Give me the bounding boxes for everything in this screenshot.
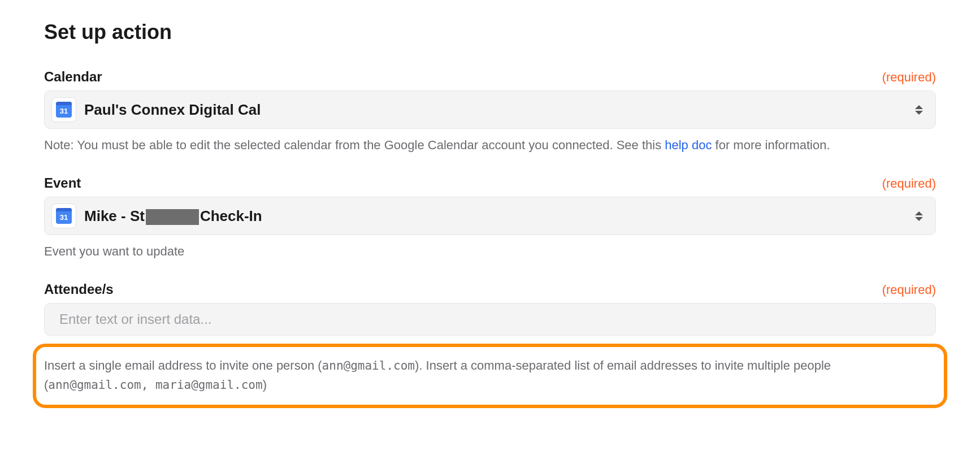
google-calendar-icon: 31 (56, 102, 72, 118)
calendar-select-value: Paul's Connex Digital Cal (84, 101, 914, 119)
attendees-help-highlight: Insert a single email address to invite … (33, 344, 947, 408)
sort-updown-icon (914, 103, 924, 116)
field-header: Calendar (required) (44, 69, 936, 85)
field-header: Event (required) (44, 175, 936, 191)
required-tag: (required) (882, 70, 936, 85)
attendees-input-wrapper[interactable] (44, 303, 936, 336)
required-tag: (required) (882, 176, 936, 191)
setup-action-form: Set up action Calendar (required) 31 Pau… (0, 0, 980, 431)
calendar-help-text: Note: You must be able to edit the selec… (44, 136, 936, 155)
field-attendees: Attendee/s (required) Insert a single em… (44, 281, 936, 408)
attendees-label: Attendee/s (44, 281, 114, 297)
attendees-input[interactable] (58, 311, 924, 328)
google-calendar-icon: 31 (56, 208, 72, 224)
field-event: Event (required) 31 Mike - StCheck-In Ev… (44, 175, 936, 261)
example-email-multi: ann@gmail.com, maria@gmail.com (48, 378, 262, 392)
event-help-text: Event you want to update (44, 242, 936, 261)
example-email-single: ann@gmail.com (322, 359, 415, 372)
sort-updown-icon (914, 210, 924, 222)
field-header: Attendee/s (required) (44, 281, 936, 297)
event-select[interactable]: 31 Mike - StCheck-In (44, 197, 936, 235)
field-calendar: Calendar (required) 31 Paul's Connex Dig… (44, 69, 936, 155)
event-select-value: Mike - StCheck-In (84, 207, 914, 225)
required-tag: (required) (882, 283, 936, 297)
calendar-app-icon: 31 (51, 97, 76, 122)
calendar-label: Calendar (44, 69, 102, 85)
attendees-help-text: Insert a single email address to invite … (44, 356, 936, 395)
page-title: Set up action (44, 20, 936, 44)
event-app-icon: 31 (51, 203, 76, 228)
help-doc-link[interactable]: help doc (665, 138, 712, 152)
redacted-text (146, 209, 199, 225)
calendar-select[interactable]: 31 Paul's Connex Digital Cal (44, 90, 936, 129)
event-label: Event (44, 175, 81, 191)
